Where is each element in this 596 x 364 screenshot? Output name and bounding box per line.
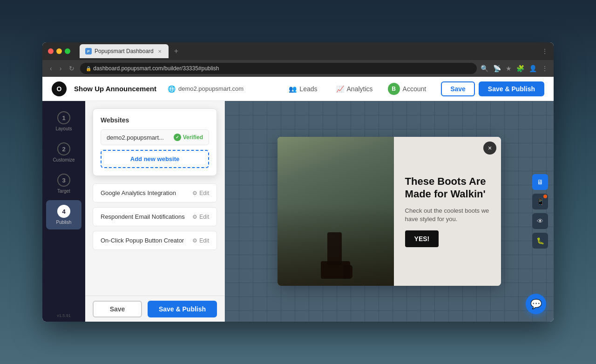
edit-onclick-button[interactable]: ⚙ Edit [192, 237, 209, 244]
menu-icon[interactable]: ⋮ [542, 65, 548, 72]
leads-label: Leads [299, 85, 317, 93]
desktop-active-dot [543, 175, 547, 179]
minimize-window-button[interactable] [56, 48, 62, 54]
leads-icon: 👥 [289, 85, 297, 93]
mobile-view-button[interactable]: 📱 [532, 194, 548, 209]
eye-icon: 👁 [537, 217, 543, 225]
close-window-button[interactable] [48, 48, 54, 54]
page-title: Show Up Announcement [74, 85, 156, 93]
step-4-label: Publish [56, 220, 72, 225]
address-bar[interactable]: 🔒 dashboard.popupsmart.com/builder/33335… [80, 63, 477, 74]
popup-cta-button[interactable]: YES! [405, 230, 439, 247]
bottom-action-bar: Save Save & Publish [85, 296, 224, 322]
extensions-icon[interactable]: 🧩 [516, 65, 524, 72]
gear-icon-email: ⚙ [192, 214, 197, 220]
popup-close-button[interactable]: × [483, 142, 496, 155]
leads-nav-item[interactable]: 👥 Leads [285, 82, 321, 95]
mobile-dot [543, 195, 547, 198]
integration-item-analytics[interactable]: Google Analytics Integration ⚙ Edit [93, 183, 217, 202]
browser-window: P Popupsmart Dashboard ✕ + ⋮ ‹ › ↻ 🔒 das… [42, 42, 554, 322]
websites-dropdown: Websites demo2.popupsmart... ✓ Verified … [93, 108, 217, 176]
sidebar-item-layouts[interactable]: 1 Layouts [46, 107, 81, 136]
verified-checkmark-icon: ✓ [174, 134, 181, 141]
bug-icon: 🐛 [536, 237, 544, 244]
website-row[interactable]: demo2.popupsmart... ✓ Verified [101, 129, 209, 145]
edit-onclick-label: Edit [199, 237, 209, 244]
bottom-save-button[interactable]: Save [93, 301, 142, 317]
address-url: dashboard.popupsmart.com/builder/33335#p… [93, 65, 219, 72]
edit-email-label: Edit [199, 214, 209, 220]
integration-item-email[interactable]: Respondent Email Notifications ⚙ Edit [93, 207, 217, 226]
chat-button[interactable]: 💬 [526, 294, 546, 314]
integration-name-onclick: On-Click Popup Button Creator [101, 237, 184, 244]
gear-icon-analytics: ⚙ [192, 190, 197, 196]
verified-badge: ✓ Verified [174, 134, 203, 141]
website-selector[interactable]: 🌐 demo2.popupsmart.com [168, 85, 244, 93]
account-nav-item[interactable]: B Account [388, 83, 427, 95]
step-3-label: Target [57, 189, 70, 194]
integration-item-onclick[interactable]: On-Click Popup Button Creator ⚙ Edit [93, 231, 217, 250]
preview-button[interactable]: 👁 [532, 213, 548, 229]
step-3-number: 3 [57, 174, 70, 187]
refresh-button[interactable]: ↻ [67, 64, 76, 73]
integration-name-email: Respondent Email Notifications [101, 213, 185, 220]
bottom-save-publish-button[interactable]: Save & Publish [148, 301, 217, 317]
browser-end-controls: ⋮ [542, 47, 548, 55]
desktop-view-button[interactable]: 🖥 [532, 174, 548, 190]
forward-button[interactable]: › [58, 64, 64, 73]
popup-preview: × [278, 137, 501, 286]
sidebar: 1 Layouts 2 Customize 3 Target 4 Publish… [42, 101, 85, 322]
integration-name-analytics: Google Analytics Integration [101, 189, 176, 196]
account-label: Account [403, 85, 427, 93]
popup-title: These Boots Are Made for Walkin' [405, 175, 490, 200]
browser-tabs: P Popupsmart Dashboard ✕ + [80, 42, 538, 60]
step-1-number: 1 [57, 111, 70, 124]
new-tab-button[interactable]: + [172, 45, 180, 57]
save-button[interactable]: Save [441, 81, 475, 96]
analytics-nav-item[interactable]: 📈 Analytics [332, 82, 377, 95]
popup-content: These Boots Are Made for Walkin' Check o… [394, 137, 501, 286]
mobile-icon: 📱 [536, 198, 544, 205]
browser-titlebar: P Popupsmart Dashboard ✕ + ⋮ [42, 42, 554, 60]
header-nav: 👥 Leads 📈 Analytics B Account [285, 82, 426, 95]
maximize-window-button[interactable] [65, 48, 70, 54]
popup-image [278, 137, 394, 286]
search-icon[interactable]: 🔍 [481, 65, 488, 72]
browser-addressbar: ‹ › ↻ 🔒 dashboard.popupsmart.com/builder… [42, 60, 554, 77]
content-panel: Websites demo2.popupsmart... ✓ Verified … [85, 101, 225, 322]
profile-icon[interactable]: 👤 [529, 65, 537, 72]
analytics-label: Analytics [347, 85, 373, 93]
step-4-number: 4 [57, 205, 70, 218]
account-avatar: B [388, 83, 400, 95]
sidebar-item-target[interactable]: 3 Target [46, 169, 81, 198]
edit-analytics-button[interactable]: ⚙ Edit [192, 190, 209, 196]
cast-icon[interactable]: 📡 [493, 65, 501, 72]
website-url-display: demo2.popupsmart... [107, 134, 164, 141]
ssl-lock-icon: 🔒 [86, 66, 91, 71]
sidebar-version: v1.5.91 [57, 313, 71, 322]
edit-email-button[interactable]: ⚙ Edit [192, 214, 209, 220]
step-2-number: 2 [57, 142, 70, 155]
header-action-buttons: Save Save & Publish [441, 81, 544, 96]
sidebar-item-customize[interactable]: 2 Customize [46, 138, 81, 167]
tab-title: Popupsmart Dashboard [95, 48, 154, 54]
bookmark-icon[interactable]: ★ [506, 65, 512, 72]
canvas-area: × [225, 101, 554, 322]
app-logo: O [52, 81, 67, 96]
address-bar-actions: 🔍 📡 ★ 🧩 👤 ⋮ [481, 65, 548, 72]
debug-button[interactable]: 🐛 [532, 233, 548, 249]
popup-description: Check out the coolest boots we have styl… [405, 207, 490, 223]
active-tab[interactable]: P Popupsmart Dashboard ✕ [80, 44, 169, 58]
traffic-lights [48, 48, 70, 54]
tab-favicon: P [85, 48, 92, 54]
tab-close-button[interactable]: ✕ [156, 48, 163, 54]
add-new-website-button[interactable]: Add new website [101, 150, 209, 168]
analytics-icon: 📈 [336, 85, 344, 93]
app-body: 1 Layouts 2 Customize 3 Target 4 Publish… [42, 101, 554, 322]
desktop-icon: 🖥 [537, 178, 543, 186]
back-button[interactable]: ‹ [48, 64, 54, 73]
website-url: demo2.popupsmart.com [178, 85, 244, 92]
websites-title: Websites [101, 116, 209, 124]
save-and-publish-button[interactable]: Save & Publish [479, 81, 544, 96]
sidebar-item-publish[interactable]: 4 Publish [46, 200, 81, 229]
